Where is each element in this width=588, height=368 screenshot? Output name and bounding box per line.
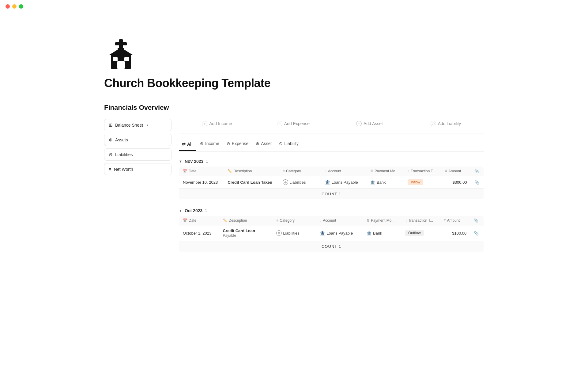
add-liability-button[interactable]: ⊙ Add Liability (408, 119, 484, 128)
tab-asset-label: Asset (261, 141, 272, 146)
cell-transaction-oct: Outflow (401, 225, 440, 241)
trans-col-icon-oct: ↓ (405, 218, 407, 223)
tab-liability-label: Liability (284, 141, 299, 146)
col-transaction: ↓Transaction T... (404, 167, 441, 176)
date-col-icon-oct: 📅 (183, 218, 187, 223)
acc-col-icon: ↓ (325, 169, 327, 173)
liabilities-icon: ⊖ (109, 152, 113, 157)
account-tag: 🏦 Loans Payable (325, 180, 358, 185)
col-transaction-oct: ↓Transaction T... (401, 216, 440, 225)
add-income-button[interactable]: + Add Income (179, 119, 255, 128)
add-asset-button[interactable]: + Add Asset (331, 119, 408, 128)
page-title: Church Bookkeeping Template (104, 77, 484, 90)
date-value: November 10, 2023 (183, 180, 218, 185)
cell-attach-oct: 📎 (470, 225, 484, 241)
category-tag: ⊖ Liabilities (283, 179, 306, 185)
church-icon (104, 37, 138, 71)
svg-rect-5 (124, 57, 129, 61)
chevron-down-icon: ▾ (147, 123, 149, 127)
cell-transaction: Inflow (404, 176, 441, 189)
tab-expense-label: Expense (232, 141, 248, 146)
oct-chevron-icon: ▼ (179, 209, 182, 213)
cell-amount: $300.00 (441, 176, 470, 189)
fullscreen-button[interactable] (19, 4, 23, 9)
amount-value: $300.00 (453, 180, 467, 185)
pay-col-icon: ⇅ (370, 169, 373, 173)
all-tab-icon: ⇄ (182, 142, 186, 147)
tab-income[interactable]: ⊕ Income (197, 140, 222, 148)
main-layout: ⊞ Balance Sheet ▾ ⊕ Assets ⊖ Liabilities… (104, 119, 484, 261)
asset-tab-icon: ⊕ (256, 141, 259, 146)
cell-payment-oct: 🏦 Bank (363, 225, 401, 241)
date-col-icon: 📅 (183, 169, 187, 173)
col-attach: 📎 (471, 167, 484, 176)
cat-col-icon: ≡ (283, 169, 285, 173)
nov-chevron-icon: ▼ (179, 159, 182, 163)
col-description: ✏️Description (224, 167, 279, 176)
sidebar-item-balance-sheet[interactable]: ⊞ Balance Sheet ▾ (104, 119, 172, 131)
liability-tab-icon: ⊙ (279, 141, 283, 146)
tab-expense[interactable]: ⊖ Expense (224, 140, 251, 148)
amt-col-icon-oct: # (444, 218, 446, 223)
title-divider (104, 95, 484, 95)
cat-col-icon-oct: ≡ (276, 218, 278, 223)
tab-asset[interactable]: ⊕ Asset (253, 140, 275, 148)
balance-sheet-icon: ⊞ (109, 122, 113, 128)
sidebar: ⊞ Balance Sheet ▾ ⊕ Assets ⊖ Liabilities… (104, 119, 172, 175)
tab-all[interactable]: ⇄ All (179, 140, 196, 151)
titlebar (0, 0, 588, 13)
sidebar-item-label: Balance Sheet (115, 123, 143, 128)
month-header-oct[interactable]: ▼ Oct 2023 1 (179, 208, 484, 213)
svg-rect-1 (115, 42, 127, 45)
nov-table: 📅Date ✏️Description ≡Category ↓Account ⇅… (179, 166, 484, 200)
transaction-badge-inflow: Inflow (408, 179, 423, 185)
col-amount: #Amount (441, 167, 470, 176)
transaction-badge-outflow: Outflow (405, 230, 424, 236)
sidebar-item-net-worth[interactable]: ≡ Net Worth (104, 163, 172, 175)
cell-description: Credit Card Loan Taken (224, 176, 279, 189)
tab-liability[interactable]: ⊙ Liability (276, 140, 302, 148)
add-income-icon: + (202, 121, 207, 126)
minimize-button[interactable] (12, 4, 17, 9)
tab-income-label: Income (205, 141, 219, 146)
desc-col-icon: ✏️ (228, 169, 232, 173)
category-value-oct: Liabilities (283, 231, 299, 236)
cell-account: 🏦 Loans Payable (321, 176, 367, 189)
close-button[interactable] (6, 4, 10, 9)
col-account: ↓Account (321, 167, 367, 176)
desc-col-icon-oct: ✏️ (223, 218, 228, 223)
cell-date-oct: October 1, 2023 (179, 225, 219, 241)
date-value-oct: October 1, 2023 (183, 231, 211, 236)
svg-rect-4 (113, 57, 118, 61)
sidebar-item-label: Net Worth (114, 167, 133, 172)
nov-month-label: Nov 2023 (185, 159, 203, 164)
count-row-oct: COUNT 1 (179, 241, 484, 252)
income-tab-icon: ⊕ (200, 141, 204, 146)
col-category: ≡Category (279, 167, 321, 176)
trans-col-icon: ↓ (408, 169, 409, 173)
account-tag-oct: 🏦 Loans Payable (320, 231, 353, 236)
assets-icon: ⊕ (109, 137, 113, 143)
category-tag-oct: ⊖ Liabilities (276, 230, 299, 236)
add-income-label: Add Income (209, 121, 232, 126)
month-header-nov[interactable]: ▼ Nov 2023 1 (179, 159, 484, 164)
svg-rect-7 (118, 48, 124, 56)
col-date-oct: 📅Date (179, 216, 219, 225)
table-row: November 10, 2023 Credit Card Loan Taken… (179, 176, 484, 189)
account-value: Loans Payable (332, 180, 358, 185)
add-expense-icon: − (277, 121, 282, 126)
add-expense-button[interactable]: − Add Expense (255, 119, 331, 128)
month-group-oct: ▼ Oct 2023 1 📅Date ✏️Description ≡Catego… (179, 208, 484, 252)
svg-rect-3 (117, 61, 125, 69)
add-liability-label: Add Liability (438, 121, 461, 126)
cell-amount-oct: $100.00 (440, 225, 470, 241)
sidebar-item-assets[interactable]: ⊕ Assets (104, 134, 172, 146)
sidebar-item-liabilities[interactable]: ⊖ Liabilities (104, 148, 172, 161)
nov-count-badge: 1 (206, 159, 208, 163)
oct-count-badge: 1 (205, 209, 207, 213)
page-container: Church Bookkeeping Template Financials O… (80, 0, 508, 273)
count-label-oct: COUNT 1 (179, 241, 484, 252)
sidebar-item-label: Liabilities (115, 152, 133, 157)
add-expense-label: Add Expense (284, 121, 310, 126)
payment-value-oct: Bank (373, 231, 382, 236)
